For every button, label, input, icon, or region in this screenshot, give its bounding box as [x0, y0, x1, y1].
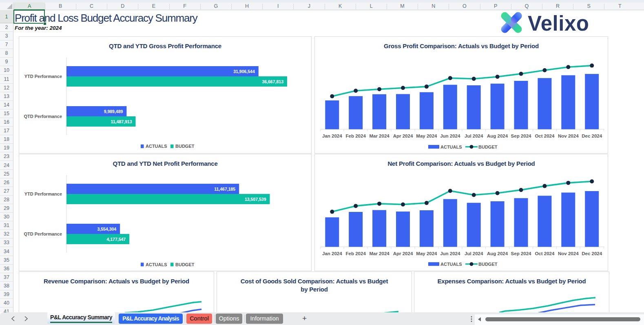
svg-text:Nov 2024: Nov 2024 — [558, 251, 579, 256]
svg-text:Mar 2024: Mar 2024 — [369, 134, 389, 138]
svg-text:Jun 2024: Jun 2024 — [440, 134, 460, 138]
svg-text:May 2024: May 2024 — [416, 251, 437, 256]
svg-text:11,487,913: 11,487,913 — [111, 119, 132, 124]
svg-text:3,554,304: 3,554,304 — [97, 227, 116, 232]
svg-text:QTD Performance: QTD Performance — [24, 114, 62, 119]
svg-text:Dec 2024: Dec 2024 — [582, 134, 602, 138]
svg-text:ACTUALS: ACTUALS — [146, 144, 167, 149]
svg-text:Sep 2024: Sep 2024 — [511, 134, 531, 138]
svg-text:Oct 2024: Oct 2024 — [535, 134, 555, 138]
svg-text:BUDGET: BUDGET — [175, 144, 195, 149]
svg-text:Velixo: Velixo — [528, 12, 589, 35]
svg-text:Feb 2024: Feb 2024 — [346, 134, 366, 138]
svg-text:Nov 2024: Nov 2024 — [558, 134, 579, 138]
svg-text:Apr 2024: Apr 2024 — [393, 251, 413, 256]
svg-text:Jul 2024: Jul 2024 — [465, 134, 483, 138]
svg-text:Aug 2024: Aug 2024 — [487, 251, 508, 256]
svg-text:Aug 2024: Aug 2024 — [487, 134, 508, 138]
svg-text:May 2024: May 2024 — [416, 134, 437, 138]
svg-text:31,906,544: 31,906,544 — [233, 69, 255, 74]
svg-text:QTD Performance: QTD Performance — [24, 232, 62, 236]
svg-text:Mar 2024: Mar 2024 — [369, 251, 389, 256]
svg-text:Feb 2024: Feb 2024 — [346, 251, 366, 256]
svg-text:Jan 2024: Jan 2024 — [322, 251, 342, 256]
svg-text:ACTUALS: ACTUALS — [440, 145, 462, 149]
svg-text:BUDGET: BUDGET — [175, 262, 195, 267]
svg-text:Jun 2024: Jun 2024 — [440, 251, 460, 256]
svg-text:YTD Performance: YTD Performance — [24, 74, 62, 79]
svg-text:Apr 2024: Apr 2024 — [393, 134, 413, 138]
svg-text:ACTUALS: ACTUALS — [440, 262, 462, 267]
svg-text:9,989,489: 9,989,489 — [104, 109, 123, 114]
svg-text:Jan 2024: Jan 2024 — [322, 134, 342, 138]
svg-text:Dec 2024: Dec 2024 — [582, 251, 602, 256]
svg-text:BUDGET: BUDGET — [478, 145, 498, 149]
svg-text:Sep 2024: Sep 2024 — [511, 251, 531, 256]
svg-text:13,507,539: 13,507,539 — [245, 197, 266, 202]
svg-text:BUDGET: BUDGET — [478, 262, 498, 267]
svg-text:Jul 2024: Jul 2024 — [465, 251, 483, 256]
svg-text:36,667,813: 36,667,813 — [262, 79, 283, 84]
svg-text:Oct 2024: Oct 2024 — [535, 251, 555, 256]
svg-text:4,177,547: 4,177,547 — [106, 237, 126, 242]
svg-text:ACTUALS: ACTUALS — [146, 262, 167, 267]
svg-text:11,467,185: 11,467,185 — [214, 187, 235, 191]
svg-text:YTD Performance: YTD Performance — [24, 191, 62, 196]
